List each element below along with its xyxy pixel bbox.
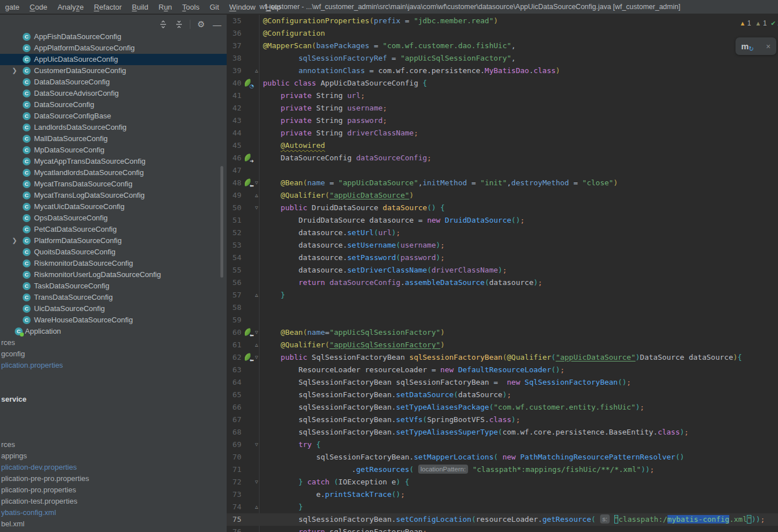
expand-all-icon[interactable] (158, 19, 168, 29)
code-line[interactable]: 52 datasource.setUrl(url); (227, 227, 778, 239)
tree-item-mycattransdatasourceconfig[interactable]: CMycatTransDataSourceConfig (0, 178, 227, 190)
code-line[interactable]: 48⬅▿ @Bean(name = "appUicDataSource",ini… (227, 177, 778, 189)
code-line[interactable]: 72▿ } catch (IOException e) { (227, 476, 778, 488)
line-number[interactable]: 49 (227, 189, 241, 202)
tree-item-clipped[interactable]: rces (1, 439, 15, 450)
line-number[interactable]: 58 (227, 301, 241, 314)
line-number[interactable]: 72 (227, 476, 241, 488)
tree-item-clipped[interactable]: plication-pre-pro.properties (1, 473, 89, 484)
menu-item-analyze[interactable]: Analyze (52, 0, 88, 14)
hide-panel-icon[interactable]: — (212, 19, 222, 29)
code-line[interactable]: 50▿ public DruidDataSource dataSource() … (227, 202, 778, 214)
line-number[interactable]: 67 (227, 414, 241, 426)
code-line[interactable]: 67 sqlSessionFactoryBean.setVfs(SpringBo… (227, 414, 778, 426)
fold-marker-icon[interactable]: ▿ (255, 439, 263, 451)
fold-marker-icon[interactable]: ▵ (255, 289, 263, 301)
code-line[interactable]: 54 datasource.setPassword(password); (227, 252, 778, 264)
tree-item-application[interactable]: CApplication (0, 326, 227, 337)
line-number[interactable]: 57 (227, 289, 241, 301)
tree-item-landlordsdatasourceconfig[interactable]: CLandlordsDataSourceConfig (0, 122, 227, 133)
ok-icon[interactable]: ✔2 (771, 19, 778, 27)
mybatis-floating-widget[interactable]: m↻ × (736, 37, 776, 55)
line-number[interactable]: 70 (227, 451, 241, 463)
line-number[interactable]: 73 (227, 488, 241, 501)
tree-item-clipped[interactable]: rces (1, 337, 15, 348)
code-line[interactable]: 76 return sqlSessionFactoryBean; (227, 526, 778, 532)
code-line[interactable]: 62⬅▿ public SqlSessionFactoryBean sqlSes… (227, 351, 778, 364)
tree-item-mpdatasourceconfig[interactable]: CMpDataSourceConfig (0, 144, 227, 156)
line-number[interactable]: 40 (227, 77, 241, 90)
tree-item-appuicdatasourceconfig[interactable]: CAppUicDataSourceConfig (0, 54, 227, 65)
line-number[interactable]: 75 (227, 513, 241, 526)
line-number[interactable]: 46 (227, 152, 241, 164)
code-line[interactable]: 45 @Autowired (227, 139, 778, 152)
line-number[interactable]: 37 (227, 40, 241, 52)
tree-item-datasourceconfig[interactable]: CDataSourceConfig (0, 99, 227, 110)
tree-item-mycatlandlordsdatasourceconfig[interactable]: CMycatlandlordsDataSourceConfig (0, 167, 227, 178)
tree-item-mycatapptransdatasourceconfig[interactable]: CMycatAppTransDataSourceConfig (0, 156, 227, 167)
code-line[interactable]: 41 private String url; (227, 90, 778, 102)
tree-item-datadatasourceconfig[interactable]: CDataDataSourceConfig (0, 76, 227, 88)
tree-item-mycattranslogdatasourceconfig[interactable]: CMycatTransLogDataSourceConfig (0, 190, 227, 201)
code-line[interactable]: 51 DruidDataSource datasource = new Drui… (227, 214, 778, 227)
code-line[interactable]: 39▵ annotationClass = com.wf.core.persis… (227, 65, 778, 77)
code-line[interactable]: 69▿ try { (227, 439, 778, 451)
line-number[interactable]: 44 (227, 127, 241, 139)
menu-item-git[interactable]: Git (205, 0, 224, 14)
tree-item-clipped[interactable]: appings (1, 450, 27, 462)
line-number[interactable]: 42 (227, 102, 241, 114)
spring-config-gutter-icon[interactable]: ◔ (244, 79, 252, 87)
line-number[interactable]: 41 (227, 90, 241, 102)
tree-item-warehousedatasourceconfig[interactable]: CWareHouseDataSourceConfig (0, 314, 227, 326)
code-line[interactable]: 75 sqlSessionFactoryBean.setConfigLocati… (227, 513, 778, 526)
line-number[interactable]: 64 (227, 376, 241, 389)
line-number[interactable]: 69 (227, 439, 241, 451)
line-number[interactable]: 47 (227, 164, 241, 177)
fold-marker-icon[interactable]: ▿ (255, 202, 263, 214)
tree-item-clipped[interactable]: bel.xml (1, 518, 24, 530)
bean-gutter-icon[interactable]: ⬅ (244, 179, 252, 187)
code-line[interactable]: 64 SqlSessionFactoryBean sqlSessionFacto… (227, 376, 778, 389)
line-number[interactable]: 48 (227, 177, 241, 189)
tree-item-datasourceconfigbase[interactable]: CDataSourceConfigBase (0, 110, 227, 122)
line-number[interactable]: 43 (227, 114, 241, 127)
fold-marker-icon[interactable]: ▿ (255, 326, 263, 339)
autowired-gutter-icon[interactable]: ➜ (244, 154, 252, 162)
menu-item-code[interactable]: Code (24, 0, 52, 14)
code-line[interactable]: 43 private String password; (227, 114, 778, 127)
code-editor[interactable]: 35@ConfigurationProperties(prefix = "jdb… (227, 15, 778, 532)
line-number[interactable]: 36 (227, 27, 241, 40)
chevron-right-icon[interactable]: ❯ (12, 237, 19, 244)
menu-item-tools[interactable]: Tools (177, 0, 205, 14)
tree-item-clipped[interactable]: service (1, 394, 27, 405)
line-number[interactable]: 35 (227, 15, 241, 27)
tree-item-clipped[interactable]: plication-test.properties (1, 496, 77, 507)
line-number[interactable]: 52 (227, 227, 241, 239)
line-number[interactable]: 66 (227, 401, 241, 414)
line-number[interactable]: 60 (227, 326, 241, 339)
line-number[interactable]: 38 (227, 52, 241, 65)
tree-item-datasourceadvisorconfig[interactable]: CDataSourceAdvisorConfig (0, 88, 227, 99)
code-line[interactable]: 73 e.printStackTrace(); (227, 488, 778, 501)
menu-item-window[interactable]: Window (224, 0, 261, 14)
fold-marker-icon[interactable]: ▵ (255, 65, 263, 77)
line-number[interactable]: 71 (227, 463, 241, 476)
fold-marker-icon[interactable]: ▿ (255, 177, 263, 189)
line-number[interactable]: 55 (227, 264, 241, 276)
code-line[interactable]: 70 sqlSessionFactoryBean.setMapperLocati… (227, 451, 778, 463)
code-line[interactable]: 59 (227, 314, 778, 326)
fold-marker-icon[interactable]: ▿ (255, 351, 263, 364)
fold-marker-icon[interactable]: ▵ (255, 339, 263, 351)
line-number[interactable]: 51 (227, 214, 241, 227)
code-line[interactable]: 46➜ DataSourceConfig dataSourceConfig; (227, 152, 778, 164)
code-line[interactable]: 49▵ @Qualifier("appUicDataSource") (227, 189, 778, 202)
code-line[interactable]: 42 private String username; (227, 102, 778, 114)
line-number[interactable]: 54 (227, 252, 241, 264)
code-line[interactable]: 44 private String driverClassName; (227, 127, 778, 139)
code-line[interactable]: 47 (227, 164, 778, 177)
code-line[interactable]: 56 return dataSourceConfig.assembleDataS… (227, 276, 778, 289)
code-line[interactable]: 68 sqlSessionFactoryBean.setTypeAliasesS… (227, 426, 778, 439)
line-number[interactable]: 62 (227, 351, 241, 364)
code-line[interactable]: 37@MapperScan(basePackages = "com.wf.cus… (227, 40, 778, 52)
bean-gutter-icon[interactable]: ⬅ (244, 354, 252, 361)
